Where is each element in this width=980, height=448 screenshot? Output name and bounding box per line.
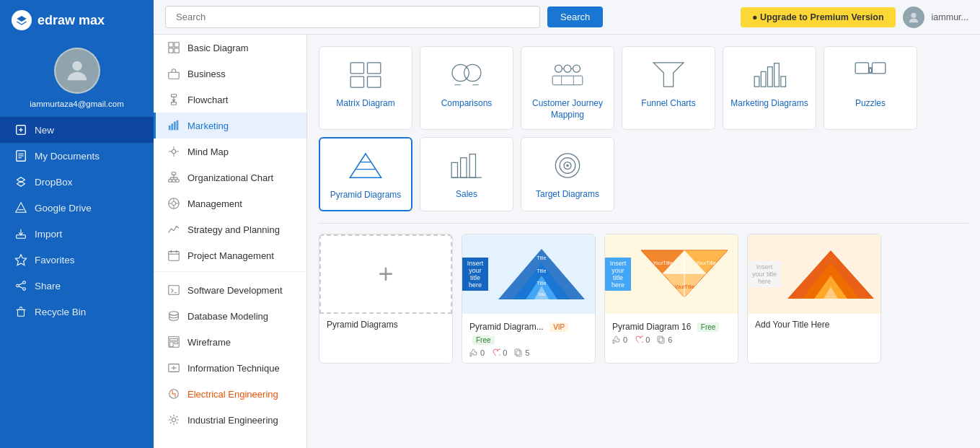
svg-text:YourTitle: YourTitle (674, 284, 694, 289)
category-strategy[interactable]: Strategy and Planning (154, 216, 306, 242)
diagram-card-funnel[interactable]: Funnel Charts (622, 46, 715, 130)
diagram-card-target[interactable]: Target Diagrams (521, 137, 614, 211)
svg-point-16 (17, 284, 19, 287)
category-label-database: Database Modeling (187, 311, 268, 322)
category-electrical[interactable]: Electrical Engineering (154, 381, 306, 407)
category-business[interactable]: Business (154, 61, 306, 87)
puzzles-label: Puzzles (855, 98, 886, 110)
diagram-card-sales[interactable]: Sales (420, 137, 513, 211)
likes-16: 0 (612, 335, 627, 344)
search-button[interactable]: Search (547, 6, 603, 27)
category-info-tech[interactable]: Information Technique (154, 355, 306, 381)
category-flowchart[interactable]: Flowchart (154, 87, 306, 113)
template-card-new[interactable]: + Pyramid Diagrams (319, 234, 453, 364)
svg-marker-14 (15, 255, 26, 265)
svg-rect-35 (177, 120, 179, 131)
diagram-card-marketing[interactable]: Marketing Diagrams (723, 46, 816, 130)
sidebar-item-favorites[interactable]: Favorites (0, 247, 154, 273)
category-org-chart[interactable]: Organizational Chart (154, 164, 306, 190)
category-software-dev[interactable]: Software Development (154, 277, 306, 303)
sidebar-label-dropbox: DropBox (35, 177, 73, 188)
svg-rect-101 (469, 154, 475, 178)
template-card-row2[interactable]: Insert your title here Add Your Title He… (747, 234, 881, 364)
user-avatar-icon (63, 56, 92, 85)
header: Search ● Upgrade to Premium Version iamm… (154, 0, 980, 35)
svg-point-82 (573, 65, 581, 72)
category-project-management[interactable]: Project Management (154, 242, 306, 268)
svg-rect-41 (172, 172, 175, 175)
row2-preview-body (781, 244, 880, 304)
svg-rect-23 (169, 43, 173, 47)
category-label-industrial: Industrial Engineering (187, 415, 278, 426)
matrix-label: Matrix Diagram (336, 98, 394, 110)
pyramid-vip-badge: VIP (549, 322, 568, 332)
svg-marker-31 (172, 100, 175, 102)
new-template-preview: + (319, 234, 452, 314)
category-basic-diagram[interactable]: Basic Diagram (154, 35, 306, 61)
sidebar: edraw max iammurtaza4@gmail.com New My D… (0, 0, 154, 448)
category-label-strategy: Strategy and Planning (187, 224, 280, 235)
sidebar-item-new[interactable]: New (0, 117, 154, 143)
svg-rect-74 (350, 76, 363, 87)
body-area: Basic Diagram Business Flowchart Marketi… (154, 35, 980, 448)
category-label-project-management: Project Management (187, 250, 274, 261)
svg-rect-27 (169, 72, 179, 79)
diagram-card-customer-journey[interactable]: Customer Journey Mapping (521, 46, 614, 130)
svg-point-22 (911, 12, 916, 17)
svg-point-0 (72, 61, 81, 71)
category-management[interactable]: Management (154, 190, 306, 216)
category-label-flowchart: Flowchart (187, 95, 228, 105)
pyramid-16-info: Pyramid Diagram 16 Free 0 0 (605, 314, 738, 350)
svg-rect-73 (368, 63, 381, 74)
category-industrial[interactable]: Industrial Engineering (154, 407, 306, 433)
avatar[interactable] (54, 48, 100, 94)
category-mind-map[interactable]: Mind Map (154, 139, 306, 164)
svg-rect-43 (172, 180, 176, 183)
template-card-pyramid-16[interactable]: Insert your title here YourTitle (604, 234, 738, 364)
heart-icon-16 (635, 335, 643, 344)
sidebar-item-my-documents[interactable]: My Documents (0, 143, 154, 169)
row2-title: Add Your Title Here (755, 320, 873, 330)
flowchart-icon (167, 93, 180, 106)
funnel-icon (650, 58, 687, 91)
upgrade-button[interactable]: ● Upgrade to Premium Version (741, 7, 896, 27)
svg-marker-9 (17, 181, 25, 186)
diagram-card-comparisons[interactable]: Comparisons (420, 46, 513, 130)
sidebar-label-recycle-bin: Recycle Bin (35, 307, 86, 317)
diagram-card-puzzles[interactable]: Puzzles (824, 46, 917, 130)
new-template-info: Pyramid Diagrams (319, 314, 452, 335)
preview-body-16: YourTitle YourTitle YourTitle (631, 244, 738, 304)
thumbs-up-icon-16 (612, 335, 621, 344)
sidebar-item-recycle-bin[interactable]: Recycle Bin (0, 299, 154, 325)
category-marketing[interactable]: Marketing (154, 113, 306, 139)
svg-point-15 (23, 281, 26, 284)
sidebar-label-google-drive: Google Drive (35, 203, 92, 214)
sidebar-item-import[interactable]: Import (0, 221, 154, 247)
logo-area[interactable]: edraw max (0, 0, 154, 40)
matrix-icon (348, 58, 384, 91)
category-wireframe[interactable]: Wireframe (154, 329, 306, 355)
category-database[interactable]: Database Modeling (154, 303, 306, 329)
search-input[interactable] (165, 6, 540, 28)
svg-rect-29 (171, 102, 176, 105)
sidebar-item-dropbox[interactable]: DropBox (0, 169, 154, 195)
svg-rect-93 (781, 76, 786, 87)
sidebar-item-google-drive[interactable]: Google Drive (0, 195, 154, 221)
my-documents-icon (14, 149, 27, 162)
comparisons-icon (449, 58, 485, 91)
pyramid-vip-stats: 0 0 5 (469, 348, 588, 357)
diagram-card-pyramid[interactable]: Pyramid Diagrams (319, 137, 412, 211)
template-card-pyramid-vip[interactable]: Insert your title here Title Title Title (462, 234, 596, 364)
svg-marker-88 (653, 63, 684, 87)
svg-line-18 (19, 283, 22, 285)
marketing-diag-icon (751, 58, 787, 91)
svg-rect-24 (175, 43, 179, 47)
user-avatar-small[interactable] (903, 6, 924, 28)
sidebar-item-share[interactable]: Share (0, 273, 154, 299)
hearts-16: 0 (635, 335, 650, 344)
recycle-bin-icon (14, 305, 27, 318)
svg-point-80 (555, 65, 562, 72)
diagram-type-grid: Matrix Diagram Comparisons (319, 46, 968, 211)
preview-body-vip: Title Title Title Title (488, 242, 595, 306)
diagram-card-matrix[interactable]: Matrix Diagram (319, 46, 412, 130)
